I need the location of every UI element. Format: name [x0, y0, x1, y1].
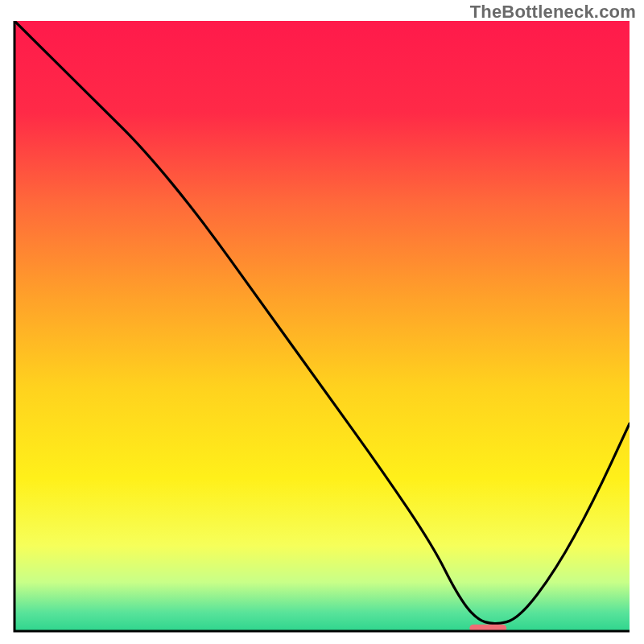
chart-container: TheBottleneck.com	[0, 0, 644, 644]
bottleneck-chart	[0, 0, 644, 644]
watermark-text: TheBottleneck.com	[470, 2, 636, 23]
